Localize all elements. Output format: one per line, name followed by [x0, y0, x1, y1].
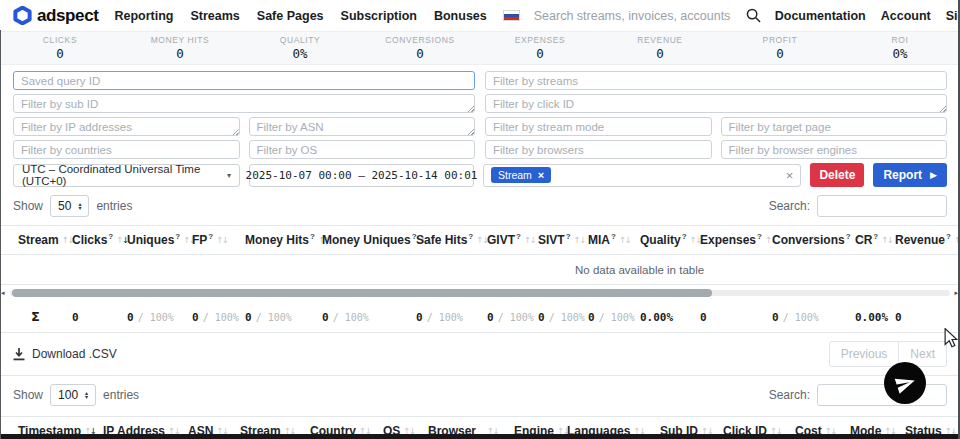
summary-cell: 0/ 100%	[487, 311, 538, 324]
report-col-fp[interactable]: FP?↑↓	[192, 233, 245, 247]
report-col-uniques[interactable]: Uniques?↑↓	[127, 233, 192, 247]
stat-quality: QUALITY0%	[240, 35, 360, 61]
column-label: Uniques	[127, 233, 174, 247]
report-col-givt[interactable]: GIVT?↑↓	[487, 233, 538, 247]
report-col-cr[interactable]: CR?↑↓	[855, 233, 895, 247]
nav-link-account[interactable]: Account	[881, 9, 931, 23]
summary-cell: 0/ 100%	[127, 311, 192, 324]
filter-streams-input[interactable]	[485, 71, 947, 90]
report-col-mia[interactable]: MIA?↑↓	[588, 233, 640, 247]
nav-item-bonuses[interactable]: Bonuses	[434, 9, 487, 23]
filter-browser-engines-input[interactable]	[721, 140, 948, 159]
nav-item-safe-pages[interactable]: Safe Pages	[257, 9, 324, 23]
column-label: CR	[855, 233, 872, 247]
column-label: MIA	[588, 233, 610, 247]
stat-value: 0%	[240, 46, 360, 61]
report-button-label: Report	[883, 168, 922, 182]
report-col-revenue[interactable]: Revenue?↑↓	[895, 233, 955, 247]
help-icon: ?	[108, 233, 113, 241]
filters-panel	[0, 65, 960, 159]
filter-browsers-input[interactable]	[485, 140, 712, 159]
summary-value: 0	[322, 311, 329, 324]
nav-item-subscription[interactable]: Subscription	[341, 9, 417, 23]
download-csv-button[interactable]: Download .CSV	[13, 347, 117, 361]
saved-query-id-input[interactable]	[13, 71, 475, 90]
stats-bar: CLICKS0MONEY HITS0QUALITY0%CONVERSIONS0E…	[0, 31, 960, 65]
summary-value: 0	[245, 311, 252, 324]
search-icon[interactable]	[746, 8, 761, 23]
entries-label: entries	[96, 199, 132, 213]
telegram-button[interactable]	[884, 362, 926, 404]
clear-select-icon[interactable]: ×	[786, 169, 794, 182]
report-col-expenses[interactable]: Expenses?↑↓	[700, 233, 772, 247]
summary-value: 0	[538, 311, 545, 324]
summary-value: 0.00%	[855, 311, 888, 324]
group-tag-stream[interactable]: Stream ×	[491, 167, 551, 183]
stat-label: CONVERSIONS	[360, 35, 480, 45]
report-col-stream[interactable]: Stream↑↓	[18, 233, 72, 247]
help-icon: ?	[757, 233, 762, 241]
window-left-edge	[0, 30, 1, 439]
search-label: Search:	[769, 199, 810, 213]
filters-left-column	[13, 71, 475, 159]
filters-right-column	[485, 71, 947, 159]
summary-value: 0	[700, 311, 707, 324]
report-page-size-select[interactable]: 50 ▴▾	[50, 195, 89, 217]
summary-fraction: / 100%	[256, 312, 292, 323]
timezone-select[interactable]: UTC – Coordinated Universal Time (UTC+0)…	[13, 164, 240, 187]
filter-os-input[interactable]	[249, 140, 476, 159]
stat-label: REVENUE	[600, 35, 720, 45]
timezone-value: UTC – Coordinated Universal Time (UTC+0)	[22, 163, 227, 187]
filter-ip-addresses-input[interactable]	[13, 117, 240, 136]
global-search-input[interactable]	[534, 9, 732, 23]
help-icon: ?	[873, 233, 878, 241]
report-col-money-uniques[interactable]: Money Uniques?↑↓	[322, 233, 416, 247]
filter-sub-id-input[interactable]	[13, 94, 475, 113]
report-col-quality[interactable]: Quality?↑↓	[640, 233, 700, 247]
summary-value: 0	[127, 311, 134, 324]
adspect-logo[interactable]: adspect	[13, 6, 98, 26]
filter-target-page-input[interactable]	[721, 117, 948, 136]
group-by-multiselect[interactable]: Stream × ×	[483, 164, 801, 187]
scrollbar-thumb[interactable]	[12, 289, 712, 297]
clicks-table-search-input[interactable]	[817, 384, 947, 406]
stat-value: 0	[480, 46, 600, 61]
summary-cell: 0/ 100%	[245, 311, 322, 324]
nav-item-reporting[interactable]: Reporting	[114, 9, 173, 23]
help-icon: ?	[468, 233, 473, 241]
date-range-input[interactable]: 2025-10-07 00:00 – 2025-10-14 00:01	[249, 164, 474, 187]
summary-value: 0.00%	[640, 311, 673, 324]
summary-fraction: / 100%	[599, 312, 635, 323]
nav-item-streams[interactable]: Streams	[190, 9, 239, 23]
stat-label: QUALITY	[240, 35, 360, 45]
stat-revenue: REVENUE0	[600, 35, 720, 61]
report-col-clicks[interactable]: Clicks?↑↓	[72, 233, 127, 247]
filter-stream-mode-input[interactable]	[485, 117, 712, 136]
stat-value: 0	[0, 46, 120, 61]
help-icon: ?	[946, 233, 951, 241]
report-button[interactable]: Report ▶	[873, 163, 947, 187]
report-col-sivt[interactable]: SIVT?↑↓	[538, 233, 588, 247]
clicks-log-section: Show 100 ▴▾ entries Search: Timestamp↑↓I…	[0, 375, 960, 439]
filter-click-id-input[interactable]	[485, 94, 947, 113]
previous-page-button[interactable]: Previous	[829, 341, 900, 367]
summary-value: 0	[416, 311, 423, 324]
russian-flag-icon[interactable]	[503, 10, 520, 21]
report-table-search-input[interactable]	[817, 195, 947, 217]
empty-table-message: No data available in table	[575, 264, 704, 276]
page-size-value: 100	[58, 388, 78, 402]
scroll-left-icon[interactable]: ◂	[1, 289, 5, 297]
filter-asn-input[interactable]	[249, 117, 476, 136]
report-col-conversions[interactable]: Conversions?↑↓	[772, 233, 855, 247]
delete-button[interactable]: Delete	[810, 163, 864, 187]
report-col-safe-hits[interactable]: Safe Hits?↑↓	[416, 233, 487, 247]
summary-cell: Σ	[18, 309, 72, 324]
filter-countries-input[interactable]	[13, 140, 240, 159]
summary-cell: 0/ 100%	[588, 311, 640, 324]
nav-link-documentation[interactable]: Documentation	[775, 9, 866, 23]
clicks-page-size-select[interactable]: 100 ▴▾	[50, 384, 96, 406]
clicks-table-controls: Show 100 ▴▾ entries Search:	[0, 376, 960, 414]
summary-cell: 0.00%	[640, 311, 700, 324]
report-col-money-hits[interactable]: Money Hits?↑↓	[245, 233, 322, 247]
remove-tag-icon[interactable]: ×	[538, 170, 544, 181]
